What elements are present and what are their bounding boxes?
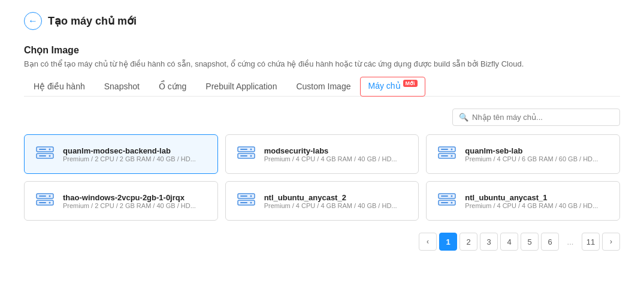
pagination-page-1[interactable]: 1 (439, 233, 457, 251)
back-header: ← Tạo máy chủ mới (24, 12, 620, 30)
server-icon-3 (34, 190, 56, 212)
svg-point-15 (451, 155, 453, 157)
svg-rect-10 (240, 149, 247, 150)
server-name-0: quanlm-modsec-backend-lab (63, 146, 208, 155)
svg-rect-22 (39, 195, 46, 197)
new-badge: Mới (403, 80, 418, 87)
svg-rect-17 (441, 155, 448, 156)
search-input[interactable] (472, 113, 613, 122)
svg-point-27 (250, 202, 252, 204)
server-info-1: modsecurity-labs Premium / 4 CPU / 4 GB … (264, 146, 409, 162)
server-icon-0 (34, 143, 56, 165)
server-grid: quanlm-modsec-backend-lab Premium / 2 CP… (24, 134, 620, 221)
pagination-dots: ... (561, 233, 579, 251)
server-info-3: thao-windows-2vcpu-2gb-1-0jrqx Premium /… (63, 193, 208, 209)
section-title: Chọn Image (24, 44, 620, 56)
pagination-page-3[interactable]: 3 (480, 233, 498, 251)
image-tabs: Hệ điều hành Snapshot Ổ cứng Prebuilt Ap… (24, 77, 620, 97)
svg-point-26 (250, 195, 252, 197)
svg-point-33 (451, 202, 453, 204)
svg-rect-16 (441, 149, 448, 150)
page-container: ← Tạo máy chủ mới Chọn Image Bạn có thể … (0, 0, 644, 307)
svg-point-2 (49, 149, 51, 151)
server-info-4: ntl_ubuntu_anycast_2 Premium / 4 CPU / 4… (264, 193, 409, 209)
svg-rect-11 (240, 155, 247, 156)
pagination-page-6[interactable]: 6 (541, 233, 559, 251)
svg-rect-4 (39, 149, 46, 150)
server-card-1[interactable]: modsecurity-labs Premium / 4 CPU / 4 GB … (225, 134, 419, 174)
pagination: ‹ 1 2 3 4 5 6 ... 11 › (24, 233, 620, 251)
pagination-page-11[interactable]: 11 (582, 233, 600, 251)
server-spec-3: Premium / 2 CPU / 2 GB RAM / 40 GB / HD.… (63, 202, 208, 209)
svg-rect-35 (441, 202, 448, 203)
search-icon: 🔍 (459, 113, 468, 122)
pagination-page-5[interactable]: 5 (521, 233, 539, 251)
svg-rect-34 (441, 195, 448, 197)
server-spec-1: Premium / 4 CPU / 4 GB RAM / 40 GB / HD.… (264, 155, 409, 162)
svg-point-32 (451, 195, 453, 197)
pagination-next[interactable]: › (602, 233, 620, 251)
server-name-5: ntl_ubuntu_anycast_1 (465, 193, 610, 202)
server-card-5[interactable]: ntl_ubuntu_anycast_1 Premium / 4 CPU / 4… (426, 181, 620, 221)
svg-rect-29 (240, 202, 247, 203)
pagination-prev[interactable]: ‹ (419, 233, 437, 251)
tab-he-dieu-hanh[interactable]: Hệ điều hành (24, 77, 95, 96)
server-name-1: modsecurity-labs (264, 146, 409, 155)
back-button[interactable]: ← (24, 12, 42, 30)
tab-may-chu-label: Máy chủ (368, 81, 400, 91)
server-spec-2: Premium / 4 CPU / 6 GB RAM / 60 GB / HD.… (465, 155, 610, 162)
svg-point-14 (451, 149, 453, 151)
server-info-5: ntl_ubuntu_anycast_1 Premium / 4 CPU / 4… (465, 193, 610, 209)
svg-point-9 (250, 155, 252, 157)
server-name-4: ntl_ubuntu_anycast_2 (264, 193, 409, 202)
search-bar: 🔍 (24, 109, 620, 126)
server-icon-4 (235, 190, 257, 212)
server-card-4[interactable]: ntl_ubuntu_anycast_2 Premium / 4 CPU / 4… (225, 181, 419, 221)
server-spec-0: Premium / 2 CPU / 2 GB RAM / 40 GB / HD.… (63, 155, 208, 162)
pagination-page-4[interactable]: 4 (500, 233, 518, 251)
svg-rect-28 (240, 195, 247, 197)
tab-snapshot[interactable]: Snapshot (95, 77, 149, 96)
server-name-2: quanlm-seb-lab (465, 146, 610, 155)
server-info-2: quanlm-seb-lab Premium / 4 CPU / 6 GB RA… (465, 146, 610, 162)
search-wrapper: 🔍 (452, 109, 620, 126)
server-name-3: thao-windows-2vcpu-2gb-1-0jrqx (63, 193, 208, 202)
svg-point-20 (49, 195, 51, 197)
server-icon-2 (436, 143, 458, 165)
server-icon-5 (436, 190, 458, 212)
server-card-2[interactable]: quanlm-seb-lab Premium / 4 CPU / 6 GB RA… (426, 134, 620, 174)
svg-point-8 (250, 149, 252, 151)
back-icon: ← (28, 16, 38, 26)
svg-rect-23 (39, 202, 46, 203)
server-info-0: quanlm-modsec-backend-lab Premium / 2 CP… (63, 146, 208, 162)
section-description: Bạn có thể tạo máy chủ từ hệ điều hành c… (24, 59, 620, 68)
tab-custom-image[interactable]: Custom Image (286, 77, 360, 96)
svg-point-21 (49, 202, 51, 204)
svg-rect-5 (39, 155, 46, 156)
page-title: Tạo máy chủ mới (48, 14, 137, 28)
server-spec-4: Premium / 4 CPU / 4 GB RAM / 40 GB / HD.… (264, 202, 409, 209)
server-icon-1 (235, 143, 257, 165)
tab-o-cung[interactable]: Ổ cứng (149, 77, 196, 96)
server-card-3[interactable]: thao-windows-2vcpu-2gb-1-0jrqx Premium /… (24, 181, 218, 221)
svg-point-3 (49, 155, 51, 157)
server-card-0[interactable]: quanlm-modsec-backend-lab Premium / 2 CP… (24, 134, 218, 174)
tab-may-chu[interactable]: Máy chủMới (360, 77, 425, 97)
tab-prebuilt-application[interactable]: Prebuilt Application (196, 77, 286, 96)
server-spec-5: Premium / 4 CPU / 4 GB RAM / 40 GB / HD.… (465, 202, 610, 209)
pagination-page-2[interactable]: 2 (459, 233, 477, 251)
